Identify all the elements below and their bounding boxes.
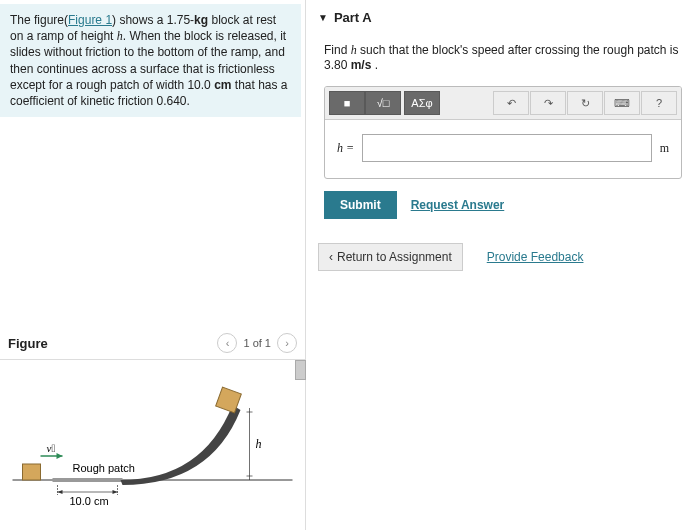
answer-unit: m [660,141,669,156]
templates-button[interactable]: ■ [329,91,365,115]
return-label: Return to Assignment [337,250,452,264]
problem-cm: cm [214,78,231,92]
answer-box: ■ √□ ΑΣφ ↶ ↷ ↻ ⌨ ? h = m [324,86,682,179]
part-label: Part A [334,10,372,25]
part-prompt: Find h such that the block's speed after… [318,37,688,86]
submit-button[interactable]: Submit [324,191,397,219]
figure-body: h v⃗ Rough patch 10.0 cm [0,360,305,530]
caret-down-icon: ▼ [318,12,328,23]
rough-patch-label: Rough patch [73,462,135,474]
sqrt-button[interactable]: √□ [365,91,401,115]
figure-next-button[interactable]: › [277,333,297,353]
formatting-toolbar: ■ √□ ΑΣφ ↶ ↷ ↻ ⌨ ? [325,87,681,120]
svg-rect-6 [23,464,41,480]
problem-text-1: The figure( [10,13,68,27]
figure-prev-button[interactable]: ‹ [217,333,237,353]
feedback-link[interactable]: Provide Feedback [487,250,584,264]
keyboard-button[interactable]: ⌨ [604,91,640,115]
answer-input[interactable] [362,134,652,162]
redo-button[interactable]: ↷ [530,91,566,115]
figure-link[interactable]: Figure 1 [68,13,112,27]
request-answer-link[interactable]: Request Answer [411,198,505,212]
chevron-left-icon: ‹ [329,250,333,264]
figure-header: Figure ‹ 1 of 1 › [0,327,305,360]
svg-marker-13 [113,490,118,494]
svg-marker-8 [57,453,63,459]
undo-button[interactable]: ↶ [493,91,529,115]
velocity-label: v⃗ [47,442,56,454]
input-label: h = [337,141,354,156]
part-header[interactable]: ▼ Part A [318,8,688,37]
width-label: 10.0 cm [70,495,109,507]
svg-marker-12 [58,490,63,494]
problem-statement: The figure(Figure 1) shows a 1.75-kg blo… [0,4,301,117]
scroll-handle[interactable] [295,360,306,380]
help-button[interactable]: ? [641,91,677,115]
greek-button[interactable]: ΑΣφ [404,91,440,115]
figure-title: Figure [8,336,48,351]
problem-text-2: ) shows a 1.75- [112,13,194,27]
figure-counter: 1 of 1 [243,337,271,349]
reset-button[interactable]: ↻ [567,91,603,115]
svg-rect-1 [53,478,123,482]
problem-kg: kg [194,13,208,27]
height-label: h [256,437,262,451]
return-button[interactable]: ‹ Return to Assignment [318,243,463,271]
